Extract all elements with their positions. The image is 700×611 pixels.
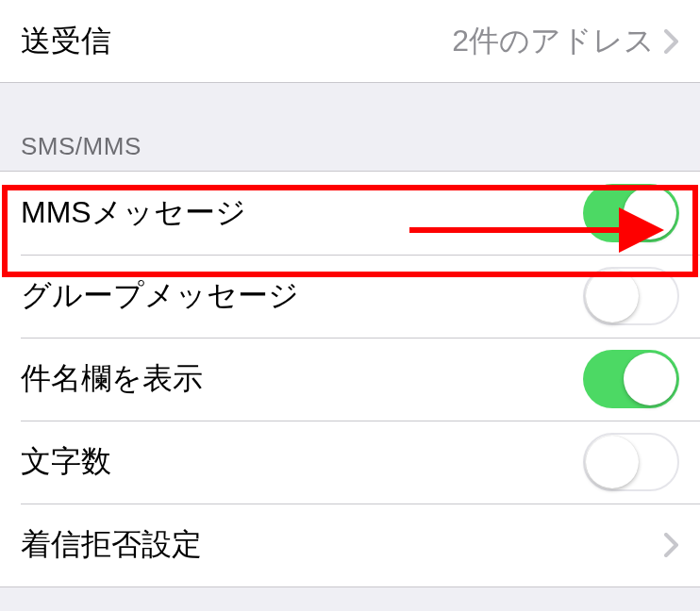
toggle-knob [624,187,676,239]
show-subject-row: 件名欄を表示 [0,338,700,421]
group-messages-label: グループメッセージ [21,275,299,317]
mms-messages-label: MMSメッセージ [21,192,246,234]
mms-messages-row: MMSメッセージ [0,172,700,255]
group-messages-toggle[interactable] [583,267,679,325]
toggle-knob [586,436,639,488]
toggle-knob [624,353,676,405]
send-receive-value: 2件のアドレス [452,21,655,62]
settings-list: MMSメッセージ グループメッセージ 件名欄を表示 文字数 着信拒否設定 [0,171,700,587]
blocked-label: 着信拒否設定 [21,524,202,566]
send-receive-label: 送受信 [21,21,111,62]
char-count-toggle[interactable] [583,433,679,491]
blocked-row[interactable]: 着信拒否設定 [0,504,700,586]
char-count-row: 文字数 [0,421,700,504]
chevron-right-icon [664,533,679,557]
toggle-knob [586,270,639,322]
group-messages-row: グループメッセージ [0,255,700,338]
mms-messages-toggle[interactable] [583,184,679,242]
chevron-right-icon [664,29,679,54]
send-receive-right: 2件のアドレス [452,21,679,62]
section-header-sms-mms: SMS/MMS [0,83,700,171]
show-subject-label: 件名欄を表示 [21,358,203,400]
blocked-right [664,533,679,557]
char-count-label: 文字数 [21,441,111,483]
send-receive-row[interactable]: 送受信 2件のアドレス [0,0,700,83]
show-subject-toggle[interactable] [583,350,679,408]
